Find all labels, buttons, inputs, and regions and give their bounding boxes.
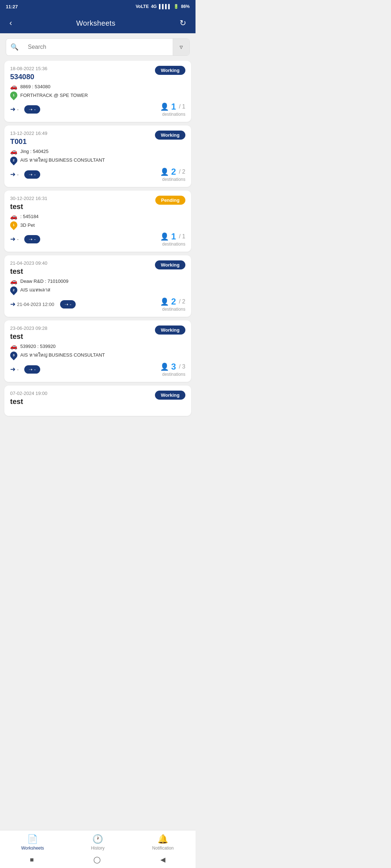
arrow-info: ➜ - ➝ - bbox=[10, 365, 40, 374]
dest-count-row: 👤 2 / 2 bbox=[160, 167, 185, 177]
destinations-info: 👤 2 / 2 destinations bbox=[160, 167, 185, 182]
vehicle-info: Jing : 540425 bbox=[20, 149, 49, 154]
card-meta: 21-04-2023 09:40 test bbox=[10, 260, 47, 278]
card-header: 07-02-2024 19:00 test Working bbox=[10, 391, 185, 408]
vehicle-icon: 🚗 bbox=[10, 278, 17, 285]
location-number: 1 bbox=[13, 93, 14, 97]
battery-percent: 86% bbox=[181, 4, 190, 9]
refresh-button[interactable]: ↻ bbox=[177, 17, 189, 29]
vehicle-info: 8869 : 534080 bbox=[20, 84, 50, 89]
location-row: 2 AIS หาดใหญ่ BUSINESS CONSULTANT bbox=[10, 156, 185, 164]
location-pin-icon: 2 bbox=[9, 155, 19, 165]
dest-number: 1 bbox=[171, 102, 176, 112]
dest-total: / 1 bbox=[179, 233, 185, 240]
start-arrow: ➜ - bbox=[10, 365, 18, 373]
start-arrow: ➜ - bbox=[10, 170, 18, 178]
card-footer: ➜ - ➝ - 👤 1 / 1 destinations bbox=[10, 231, 185, 247]
start-time: 21-04-2023 12:00 bbox=[17, 302, 54, 307]
location-row: 3 AIS หาดใหญ่ BUSINESS CONSULTANT bbox=[10, 351, 185, 359]
vehicle-row: 🚗 : 545184 bbox=[10, 213, 185, 220]
card-header: 18-08-2022 15:36 534080 Working bbox=[10, 66, 185, 83]
location-number: 2 bbox=[13, 158, 14, 162]
vehicle-icon: 🚗 bbox=[10, 213, 17, 220]
card-header: 23-06-2023 09:28 test Working bbox=[10, 326, 185, 343]
destinations-info: 👤 1 / 1 destinations bbox=[160, 102, 185, 117]
card-header: 30-12-2022 16:31 test Pending bbox=[10, 196, 185, 213]
location-name: AIS แมทพลาส bbox=[20, 286, 50, 294]
card-id: test bbox=[10, 332, 47, 341]
end-time: - bbox=[70, 302, 71, 307]
location-row: 1 FORTHTRACK @ SPE TOWER bbox=[10, 92, 185, 99]
start-time: - bbox=[17, 237, 18, 242]
search-input[interactable] bbox=[23, 39, 173, 55]
location-pin-icon: 3 bbox=[9, 350, 19, 360]
worksheet-card[interactable]: 18-08-2022 15:36 534080 Working 🚗 8869 :… bbox=[4, 61, 191, 122]
dest-number: 2 bbox=[171, 297, 176, 307]
location-pin-icon: 1 bbox=[9, 90, 19, 100]
dest-count-row: 👤 2 / 2 bbox=[160, 297, 185, 307]
volte-icon: VoLTE bbox=[136, 4, 149, 9]
back-button[interactable]: ‹ bbox=[7, 17, 15, 29]
dest-icon: 👤 bbox=[160, 232, 169, 241]
card-date: 07-02-2024 19:00 bbox=[10, 391, 47, 396]
circle-arrow-icon: ➜ bbox=[10, 300, 16, 308]
location-row: 2 AIS แมทพลาส bbox=[10, 286, 185, 294]
status-badge: Working bbox=[155, 391, 185, 400]
status-badge: Pending bbox=[155, 196, 185, 205]
card-meta: 23-06-2023 09:28 test bbox=[10, 326, 47, 343]
end-time: - bbox=[34, 172, 35, 177]
search-bar: 🔍 ▿ bbox=[6, 38, 190, 56]
card-footer: ➜ - ➝ - 👤 1 / 1 destinations bbox=[10, 102, 185, 117]
end-time: - bbox=[34, 367, 35, 372]
end-time: - bbox=[34, 237, 35, 242]
vehicle-icon: 🚗 bbox=[10, 83, 17, 90]
search-icon: 🔍 bbox=[6, 43, 23, 51]
status-right: VoLTE 4G ▌▌▌▌ 🔋 86% bbox=[136, 4, 190, 9]
circle-arrow-icon: ➜ bbox=[10, 170, 16, 178]
status-badge: Working bbox=[155, 326, 185, 335]
location-name: AIS หาดใหญ่ BUSINESS CONSULTANT bbox=[20, 156, 105, 164]
dest-icon: 👤 bbox=[160, 297, 169, 306]
card-id: test bbox=[10, 397, 47, 406]
arrow-info: ➜ - ➝ - bbox=[10, 170, 40, 179]
worksheet-card[interactable]: 23-06-2023 09:28 test Working 🚗 539920 :… bbox=[4, 320, 191, 382]
end-time: - bbox=[34, 107, 35, 112]
dest-icon: 👤 bbox=[160, 102, 169, 111]
worksheet-card[interactable]: 07-02-2024 19:00 test Working bbox=[4, 386, 191, 416]
dest-count-row: 👤 3 / 3 bbox=[160, 362, 185, 372]
card-date: 13-12-2022 16:49 bbox=[10, 131, 47, 136]
destinations-info: 👤 3 / 3 destinations bbox=[160, 362, 185, 377]
status-time: 11:27 bbox=[6, 4, 18, 9]
card-meta: 30-12-2022 16:31 test bbox=[10, 196, 47, 213]
destinations-info: 👤 2 / 2 destinations bbox=[160, 297, 185, 312]
dest-count-row: 👤 1 / 1 bbox=[160, 231, 185, 242]
arrow-info: ➜ 21-04-2023 12:00 ➝ - bbox=[10, 300, 76, 309]
dest-count-row: 👤 1 / 1 bbox=[160, 102, 185, 112]
location-number: 2 bbox=[13, 288, 14, 292]
card-meta: 07-02-2024 19:00 test bbox=[10, 391, 47, 408]
card-footer: ➜ - ➝ - 👤 3 / 3 destinations bbox=[10, 362, 185, 377]
vehicle-icon: 🚗 bbox=[10, 148, 17, 155]
status-badge: Working bbox=[155, 66, 185, 75]
end-arrow: ➝ - bbox=[60, 300, 76, 309]
destinations-info: 👤 1 / 1 destinations bbox=[160, 231, 185, 247]
location-name: FORTHTRACK @ SPE TOWER bbox=[20, 93, 88, 98]
card-header: 21-04-2023 09:40 test Working bbox=[10, 260, 185, 278]
worksheet-card[interactable]: 30-12-2022 16:31 test Pending 🚗 : 545184… bbox=[4, 191, 191, 252]
dest-total: / 1 bbox=[179, 103, 185, 110]
card-meta: 18-08-2022 15:36 534080 bbox=[10, 66, 47, 83]
end-arrow: ➝ - bbox=[24, 365, 40, 374]
vehicle-row: 🚗 Deaw R&D : 71010009 bbox=[10, 278, 185, 285]
location-name: 3D Pet bbox=[20, 222, 35, 228]
filter-button[interactable]: ▿ bbox=[173, 39, 189, 55]
worksheet-card[interactable]: 21-04-2023 09:40 test Working 🚗 Deaw R&D… bbox=[4, 255, 191, 317]
worksheet-card[interactable]: 13-12-2022 16:49 T001 Working 🚗 Jing : 5… bbox=[4, 125, 191, 187]
dest-label: destinations bbox=[160, 307, 185, 312]
start-arrow: ➜ - bbox=[10, 235, 18, 243]
dest-label: destinations bbox=[160, 112, 185, 117]
dest-icon: 👤 bbox=[160, 167, 169, 176]
circle-arrow-icon: ➜ bbox=[10, 365, 16, 373]
vehicle-info: Deaw R&D : 71010009 bbox=[20, 278, 68, 284]
card-id: 534080 bbox=[10, 73, 47, 81]
card-footer: ➜ - ➝ - 👤 2 / 2 destinations bbox=[10, 167, 185, 182]
